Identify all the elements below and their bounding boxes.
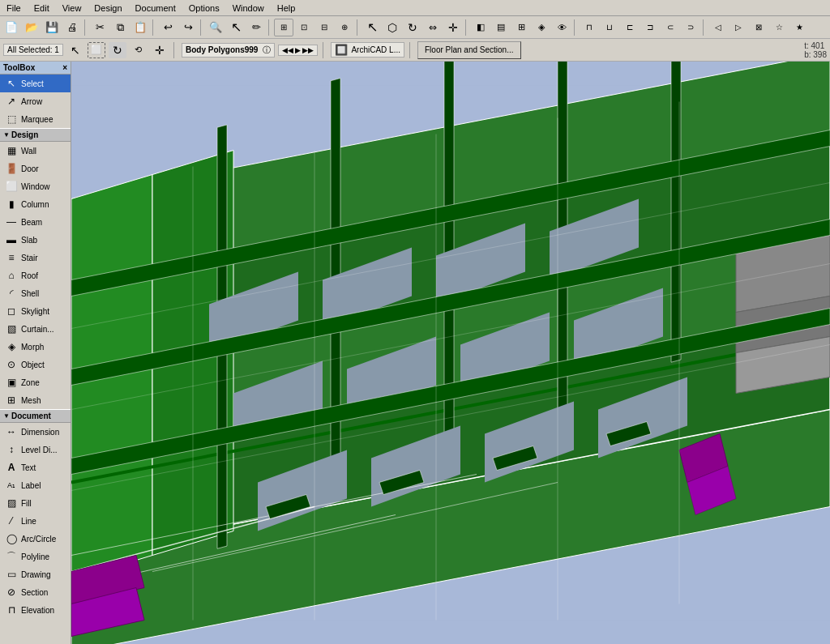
menu-window[interactable]: Window [226, 2, 271, 15]
select-tool-icon[interactable]: ↖ [66, 42, 84, 58]
menu-design[interactable]: Design [88, 2, 128, 15]
menu-bar: File Edit View Design Document Options W… [0, 0, 830, 16]
tool-h[interactable]: ▷ [729, 19, 748, 36]
move-icon[interactable]: ✛ [151, 42, 169, 58]
tool-window[interactable]: ⬜ Window [0, 177, 71, 195]
tool-c[interactable]: ⊏ [620, 19, 640, 36]
tool-line[interactable]: ∕ Line [0, 512, 71, 530]
tool-k[interactable]: ★ [789, 19, 809, 36]
tool-arc[interactable]: ◯ Arc/Circle [0, 530, 71, 548]
tool-object[interactable]: ⊙ Object [0, 356, 71, 373]
snap2-button[interactable]: ⊡ [294, 19, 314, 36]
eye-tool[interactable]: 👁 [552, 19, 571, 36]
document-section[interactable]: Document [0, 409, 71, 423]
sep-sel1 [173, 42, 177, 58]
tool-f[interactable]: ⊃ [681, 19, 700, 36]
grid-tool[interactable]: ⊞ [511, 19, 531, 36]
tool-section[interactable]: ⊘ Section [0, 583, 71, 601]
paste-button[interactable]: 📋 [130, 19, 150, 36]
line-icon: ∕ [5, 514, 18, 527]
tool-b[interactable]: ⊔ [600, 19, 619, 36]
info-icon[interactable]: ⓘ [263, 45, 271, 56]
zone-icon: ▣ [5, 376, 18, 389]
menu-file[interactable]: File [0, 2, 28, 15]
text-icon: A [5, 461, 18, 474]
snap1-button[interactable]: ⊞ [274, 19, 293, 36]
tool-e[interactable]: ⊂ [661, 19, 680, 36]
selection-bar: All Selected: 1 ↖ ⬜ ↻ ⟲ ✛ Body Polygons9… [0, 39, 830, 62]
undo-button[interactable]: ↩ [158, 19, 178, 36]
tool-label[interactable]: A₁ Label [0, 476, 71, 494]
tool-level-dim[interactable]: ↕ Level Di... [0, 441, 71, 458]
select-icon: ↖ [5, 77, 18, 90]
tool-a[interactable]: ⊓ [580, 19, 599, 36]
open-button[interactable]: 📂 [22, 19, 41, 36]
tool-g[interactable]: ◁ [708, 19, 728, 36]
tool-roof[interactable]: ⌂ Roof [0, 267, 71, 284]
tool-drawing[interactable]: ▭ Drawing [0, 565, 71, 583]
3d-tool[interactable]: ◈ [532, 19, 551, 36]
building-3d-view [71, 62, 830, 644]
floor-plan-button[interactable]: Floor Plan and Section... [417, 41, 521, 59]
copy-button[interactable]: ⧉ [110, 19, 130, 36]
new-button[interactable]: 📄 [2, 19, 21, 36]
tool-column[interactable]: ▮ Column [0, 195, 71, 213]
menu-view[interactable]: View [56, 2, 88, 15]
tool-morph[interactable]: ◈ Morph [0, 338, 71, 356]
pencil-button[interactable]: ✏ [246, 19, 266, 36]
toolbox-close-btn[interactable]: × [62, 63, 67, 72]
tool-j[interactable]: ☆ [769, 19, 789, 36]
viewport[interactable] [71, 62, 830, 644]
menu-document[interactable]: Document [129, 2, 182, 15]
tool-mesh[interactable]: ⊞ Mesh [0, 391, 71, 409]
tool-wall[interactable]: ▦ Wall [0, 142, 71, 160]
mirror-tool[interactable]: ⇔ [423, 19, 443, 36]
nav-prev-btn[interactable]: ◀◀ [282, 46, 293, 54]
save-button[interactable]: 💾 [42, 19, 62, 36]
tool-polyline[interactable]: ⌒ Polyline [0, 548, 71, 565]
snap4-button[interactable]: ⊕ [335, 19, 354, 36]
tool-beam[interactable]: — Beam [0, 213, 71, 231]
tool-d[interactable]: ⊐ [640, 19, 660, 36]
filter-tool[interactable]: ▤ [491, 19, 511, 36]
tool-marquee[interactable]: ⬚ Marquee [0, 110, 71, 128]
tool-door[interactable]: 🚪 Door [0, 160, 71, 177]
tool-curtain[interactable]: ▧ Curtain... [0, 320, 71, 338]
tool-skylight[interactable]: ◻ Skylight [0, 302, 71, 320]
snap3-button[interactable]: ⊟ [314, 19, 334, 36]
tool-select[interactable]: ↖ Select [0, 75, 71, 92]
tool-elevation[interactable]: ⊓ Elevation [0, 601, 71, 619]
skylight-icon: ◻ [5, 305, 18, 318]
dotted-rect-tool[interactable]: ⬜ [88, 42, 105, 58]
print-button[interactable]: 🖨 [62, 19, 82, 36]
tool-arrow[interactable]: ↗ Arrow [0, 92, 71, 110]
elevation-icon: ⊓ [5, 603, 18, 616]
transform-icon[interactable]: ⟲ [130, 42, 148, 58]
move-tool[interactable]: ✛ [443, 19, 463, 36]
nav-play-btn[interactable]: ▶ [295, 46, 301, 54]
tool-dimension[interactable]: ↔ Dimension [0, 423, 71, 441]
menu-help[interactable]: Help [271, 2, 302, 15]
redo-button[interactable]: ↪ [178, 19, 198, 36]
lasso-tool[interactable]: ⬡ [383, 19, 402, 36]
menu-edit[interactable]: Edit [28, 2, 56, 15]
rotate-tool[interactable]: ↻ [403, 19, 422, 36]
tool-zone[interactable]: ▣ Zone [0, 373, 71, 391]
cut-button[interactable]: ✂ [90, 19, 109, 36]
curtain-icon: ▧ [5, 322, 18, 335]
tool-text[interactable]: A Text [0, 458, 71, 476]
tool-slab[interactable]: ▬ Slab [0, 231, 71, 249]
pointer-button[interactable]: ↖ [226, 19, 246, 36]
layers-tool[interactable]: ◧ [471, 19, 490, 36]
zoom-button[interactable]: 🔍 [206, 19, 225, 36]
tool-shell[interactable]: ◜ Shell [0, 284, 71, 302]
rotate-icon[interactable]: ↻ [109, 42, 126, 58]
menu-options[interactable]: Options [182, 2, 226, 15]
tool-i[interactable]: ⊠ [749, 19, 768, 36]
arc-icon: ◯ [5, 532, 18, 545]
nav-next-btn[interactable]: ▶▶ [302, 46, 314, 54]
cursor-tool[interactable]: ↖ [362, 19, 382, 36]
tool-fill[interactable]: ▨ Fill [0, 494, 71, 512]
design-section[interactable]: Design [0, 128, 71, 142]
tool-stair[interactable]: ≡ Stair [0, 249, 71, 267]
